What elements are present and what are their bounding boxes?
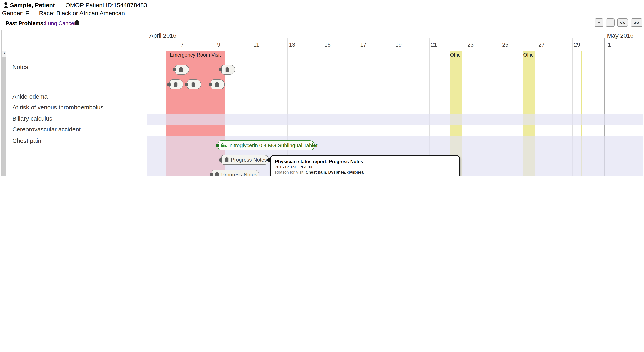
note-pill[interactable] bbox=[175, 65, 189, 75]
gridline bbox=[358, 38, 359, 50]
month-separator bbox=[604, 38, 605, 50]
row-line bbox=[1, 114, 146, 114]
gridline bbox=[466, 38, 466, 50]
axis-tick: 27 bbox=[538, 41, 545, 48]
top-axis-ticks: 5 7 9 11 13 15 17 19 21 23 25 27 29 1 bbox=[146, 38, 643, 50]
axis-tick: 21 bbox=[431, 41, 437, 48]
row-line bbox=[146, 103, 643, 103]
top-axis-month-april: April 2016 bbox=[149, 32, 176, 39]
table-left-border bbox=[1, 30, 2, 176]
gridline bbox=[537, 38, 537, 50]
drug-pill-nitroglycerin[interactable]: nitroglycerin 0.4 MG Sublingual Tablet bbox=[218, 140, 315, 150]
zoom-out-button[interactable]: - bbox=[606, 18, 615, 27]
row-line bbox=[1, 103, 146, 103]
row-line bbox=[146, 92, 643, 92]
table-right-border bbox=[643, 30, 643, 176]
axis-tick: 7 bbox=[181, 41, 184, 48]
tooltip-datetime: 2016-04-09 11:04:00 bbox=[275, 164, 455, 170]
axis-tick: 25 bbox=[502, 41, 508, 48]
tooltip-arrow bbox=[266, 157, 270, 163]
row-line bbox=[1, 125, 146, 125]
gridline bbox=[394, 38, 394, 50]
pan-right-button[interactable]: >> bbox=[631, 18, 642, 27]
note-pill[interactable] bbox=[221, 65, 235, 75]
note-pill[interactable] bbox=[211, 79, 225, 89]
scrollbar-thumb[interactable] bbox=[2, 56, 6, 176]
pan-left-button[interactable]: << bbox=[617, 18, 628, 27]
note-tooltip: Physician status report: Progress Notes … bbox=[270, 155, 460, 176]
person-icon bbox=[3, 2, 8, 10]
axis-tick: 1 bbox=[608, 41, 611, 48]
clipboard-icon bbox=[75, 20, 79, 27]
top-axis-month-may: May 2016 bbox=[607, 32, 634, 39]
note-pill[interactable] bbox=[170, 79, 184, 89]
er-visit-label: Emergency Room Visit bbox=[170, 52, 221, 58]
patient-name: Sample, Patient bbox=[10, 1, 55, 8]
row-label-cerebrovascular-accident: Cerebrovascular accident bbox=[12, 126, 81, 133]
row-label-ankle-edema: Ankle edema bbox=[12, 93, 48, 100]
gridline bbox=[638, 38, 638, 50]
table-top-border bbox=[1, 30, 643, 30]
axis-tick: 29 bbox=[574, 41, 580, 48]
tooltip-title: Physician status report: Progress Notes bbox=[275, 159, 455, 164]
gridline bbox=[179, 38, 180, 50]
office-visit-label: Offic bbox=[523, 52, 535, 58]
gridline bbox=[501, 38, 501, 50]
row-label-venous-thromboembolus: At risk of venous thromboembolus bbox=[12, 104, 104, 111]
axis-tick: 23 bbox=[467, 41, 474, 48]
note-pill[interactable] bbox=[187, 79, 201, 89]
row-line bbox=[146, 114, 643, 114]
gridline bbox=[252, 38, 252, 50]
row-label-chest-pain: Chest pain bbox=[12, 137, 41, 144]
axis-tick: 9 bbox=[217, 41, 220, 48]
row-label-notes: Notes bbox=[12, 63, 28, 70]
note-pill-progress-notes[interactable]: Progress Notes bbox=[212, 170, 259, 176]
row-line bbox=[146, 62, 643, 62]
patient-omop-id: OMOP Patient ID:1544878483 bbox=[66, 1, 147, 8]
scroll-up-icon[interactable]: ▲ bbox=[2, 52, 6, 54]
row-line bbox=[146, 136, 643, 136]
row-line bbox=[1, 136, 146, 136]
row-line bbox=[1, 92, 146, 92]
tooltip-reason: Reason for Visit: Chest pain, Dyspnea, d… bbox=[275, 170, 455, 175]
gridline bbox=[216, 38, 216, 50]
past-problem-link[interactable]: Lung Cancer bbox=[45, 20, 76, 26]
gridline bbox=[429, 38, 430, 50]
note-pill-label: Progress Notes bbox=[231, 157, 267, 163]
tooltip-condition: Chest pain bbox=[275, 175, 455, 176]
patient-gender: Gender: F bbox=[2, 10, 29, 16]
past-problems-label: Past Problems: bbox=[6, 20, 45, 26]
drug-pill-label: nitroglycerin 0.4 MG Sublingual Tablet bbox=[230, 142, 318, 148]
patient-timeline-app: Sample, Patient OMOP Patient ID:15448784… bbox=[0, 0, 644, 176]
axis-tick: 19 bbox=[396, 41, 402, 48]
row-highlight-biliary bbox=[146, 114, 643, 125]
gridline bbox=[323, 38, 323, 50]
patient-race: Race: Black or African American bbox=[39, 10, 125, 16]
gridline bbox=[288, 38, 288, 50]
note-pill-label: Progress Notes bbox=[221, 172, 257, 176]
gridline bbox=[572, 38, 572, 50]
axis-tick: 11 bbox=[253, 41, 259, 48]
axis-tick: 17 bbox=[360, 41, 366, 48]
axis-tick: 13 bbox=[289, 41, 295, 48]
row-label-biliary-calculus: Biliary calculus bbox=[12, 115, 52, 122]
zoom-in-button[interactable]: + bbox=[594, 18, 604, 27]
axis-tick: 15 bbox=[324, 41, 331, 48]
row-line bbox=[1, 62, 146, 62]
office-visit-label: Offic bbox=[450, 52, 462, 58]
note-pill-progress-notes[interactable]: Progress Notes bbox=[221, 155, 269, 165]
row-line bbox=[146, 125, 643, 125]
